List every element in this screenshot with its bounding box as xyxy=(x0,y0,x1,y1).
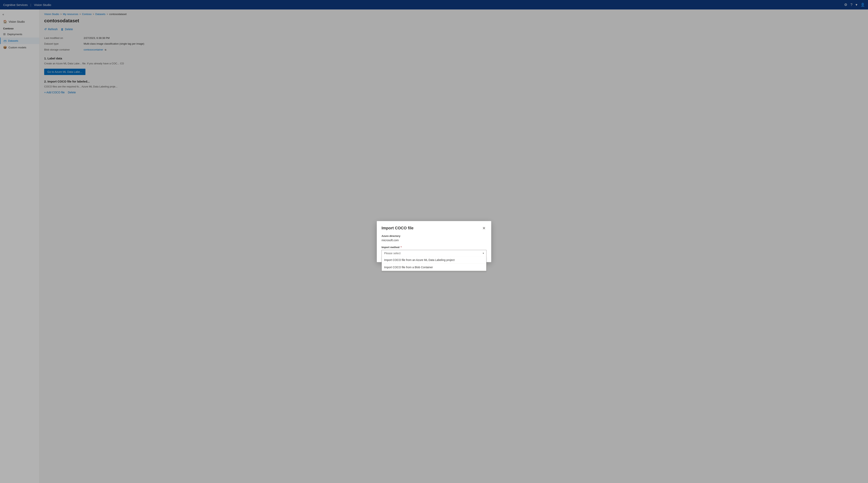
chevron-down-icon: ▾ xyxy=(483,252,484,254)
import-method-label: Import method * xyxy=(381,246,487,249)
azure-directory-field: Azure directory microsoft.com xyxy=(381,235,487,242)
modal-header: Import COCO file ✕ xyxy=(377,221,491,235)
required-indicator: * xyxy=(401,246,402,249)
azure-directory-label: Azure directory xyxy=(381,235,487,237)
import-method-field: Import method * Please select ▾ Import C… xyxy=(381,246,487,256)
azure-directory-value: microsoft.com xyxy=(381,239,487,242)
option-blob[interactable]: Import COCO file from a Blob Container xyxy=(382,264,486,271)
option-azure-ml-label: Import COCO file from an Azure ML Data L… xyxy=(384,259,455,262)
select-placeholder: Please select xyxy=(384,252,400,255)
option-blob-label: Import COCO file from a Blob Container xyxy=(384,266,433,269)
modal-overlay: Import COCO file ✕ Azure directory micro… xyxy=(0,0,868,483)
import-method-label-text: Import method xyxy=(381,246,400,249)
import-coco-modal: Import COCO file ✕ Azure directory micro… xyxy=(377,221,491,262)
modal-body: Azure directory microsoft.com Import met… xyxy=(377,235,491,262)
modal-title: Import COCO file xyxy=(381,226,413,230)
import-method-select-button[interactable]: Please select ▾ xyxy=(382,250,486,256)
import-method-select[interactable]: Please select ▾ Import COCO file from an… xyxy=(381,250,487,256)
modal-close-button[interactable]: ✕ xyxy=(482,225,487,231)
import-method-dropdown: Import COCO file from an Azure ML Data L… xyxy=(381,256,487,271)
option-azure-ml[interactable]: Import COCO file from an Azure ML Data L… xyxy=(382,256,486,264)
